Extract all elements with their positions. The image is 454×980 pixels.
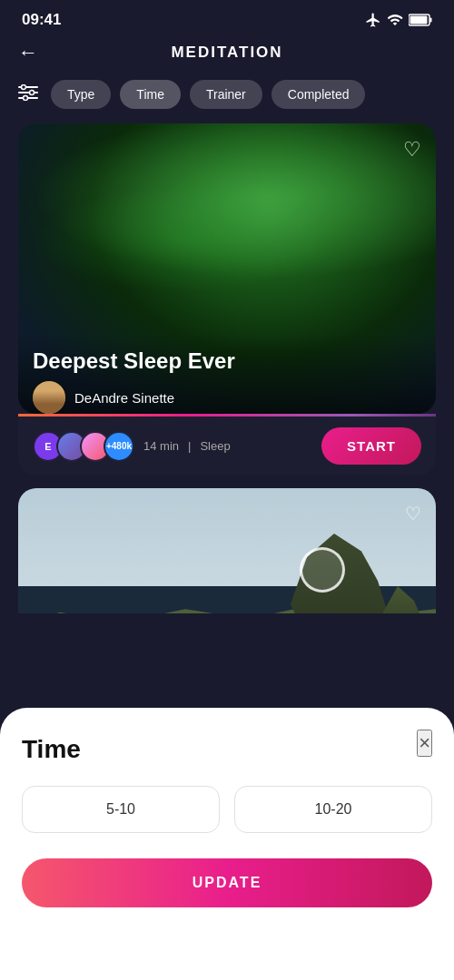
card1-meta: E +480k 14 min | Sleep (33, 431, 231, 462)
back-button[interactable]: ← (18, 41, 38, 64)
svg-point-8 (24, 95, 28, 100)
svg-point-6 (22, 84, 26, 89)
trainer-avatar-inner (33, 381, 65, 414)
card1-info: Deepest Sleep Ever DeAndre Sinette (18, 334, 436, 414)
update-button[interactable]: UPDATE (22, 858, 432, 907)
filter-completed[interactable]: Completed (271, 80, 366, 109)
filter-icon[interactable] (18, 84, 38, 105)
sheet-title: Time (22, 735, 432, 764)
wifi-icon (387, 12, 403, 28)
filter-time[interactable]: Time (120, 80, 181, 109)
time-option-1[interactable]: 5-10 (22, 786, 220, 833)
status-icons (365, 12, 432, 28)
status-time: 09:41 (22, 11, 61, 29)
card1-title: Deepest Sleep Ever (33, 348, 421, 374)
meta-dot: | (188, 439, 191, 453)
card1-heart-icon[interactable]: ♡ (403, 138, 421, 162)
filter-type[interactable]: Type (51, 80, 111, 109)
card-landscape: ♡ (18, 488, 436, 613)
trainer-name: DeAndre Sinette (74, 390, 174, 406)
card1-duration: 14 min (143, 439, 179, 453)
card-aurora: ♡ Deepest Sleep Ever DeAndre Sinette (18, 123, 436, 414)
content-area: ♡ Deepest Sleep Ever DeAndre Sinette E +… (0, 123, 454, 613)
battery-icon (409, 14, 432, 26)
card1-bottom: E +480k 14 min | Sleep START (18, 416, 436, 475)
time-options: 5-10 10-20 (22, 786, 432, 833)
filter-trainer[interactable]: Trainer (190, 80, 262, 109)
play-button[interactable] (300, 547, 345, 593)
close-button[interactable]: × (417, 730, 432, 757)
bottom-sheet: × Time 5-10 10-20 UPDATE (0, 708, 454, 980)
avatar-count: +480k (104, 431, 134, 462)
svg-rect-2 (430, 18, 432, 23)
status-bar: 09:41 (0, 0, 454, 36)
card2-heart-icon[interactable]: ♡ (405, 503, 421, 524)
header: ← MEDITATION (0, 36, 454, 73)
svg-point-7 (30, 90, 35, 94)
svg-rect-1 (410, 16, 428, 24)
avatars-row: E +480k (33, 431, 134, 462)
trainer-row: DeAndre Sinette (33, 381, 421, 414)
card1-category: Sleep (200, 439, 230, 453)
start-button[interactable]: START (321, 427, 421, 465)
page-title: MEDITATION (171, 44, 282, 62)
airplane-icon (365, 12, 381, 28)
trainer-avatar (33, 381, 65, 414)
time-option-2[interactable]: 10-20 (234, 786, 432, 833)
filter-bar: Type Time Trainer Completed (0, 73, 454, 123)
landscape-sky (18, 488, 436, 586)
